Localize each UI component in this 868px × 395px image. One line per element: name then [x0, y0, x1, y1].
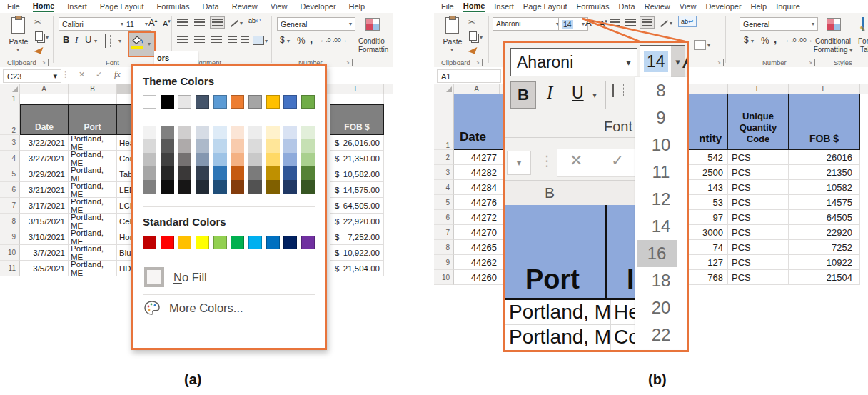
standard-color-swatch[interactable]	[248, 236, 262, 249]
format-as-table-icon[interactable]: ✎	[862, 17, 864, 31]
font-size-option-9[interactable]: 9	[635, 104, 687, 131]
cell-fob[interactable]: 22920	[789, 225, 860, 240]
accounting-chevron[interactable]: ▾	[751, 38, 754, 44]
theme-variant-swatch[interactable]	[213, 153, 227, 166]
font-size-option-12[interactable]: 12	[635, 186, 687, 213]
magnified-borders-icon[interactable]	[612, 84, 614, 97]
ribbon-tab-help[interactable]: Help	[751, 2, 767, 11]
standard-color-swatch[interactable]	[178, 236, 191, 249]
row-number[interactable]: 7	[434, 225, 454, 240]
font-size-option-22[interactable]: 22	[635, 321, 687, 349]
copy-icon[interactable]	[35, 31, 43, 41]
magnified-port-header-cell[interactable]: Port	[525, 264, 580, 295]
row-number[interactable]: 3	[434, 165, 454, 180]
ribbon-tab-developer[interactable]: Developer	[705, 2, 741, 11]
column-header-f[interactable]: F	[330, 84, 384, 94]
cell-date[interactable]: 3/5/2021	[20, 261, 69, 276]
theme-variant-swatch[interactable]	[248, 180, 262, 194]
header-cell-fob[interactable]: FOB $	[330, 104, 384, 135]
magnified-underline-chevron[interactable]: ▾	[592, 90, 597, 100]
header-cell-date[interactable]: Date	[20, 104, 69, 135]
theme-color-swatch[interactable]	[266, 95, 280, 109]
cell-fob[interactable]: $10,922.00	[330, 245, 384, 261]
row-number[interactable]: 8	[0, 214, 20, 229]
standard-color-swatch[interactable]	[143, 236, 156, 249]
fx-icon[interactable]: fx	[114, 69, 121, 80]
cell-fob[interactable]: 21350	[789, 165, 860, 180]
cell-date[interactable]: 3/15/2021	[20, 214, 69, 229]
theme-variant-swatch[interactable]	[283, 139, 297, 153]
cell-uqc[interactable]: PCS	[728, 270, 789, 285]
font-name-combo[interactable]: Aharoni▾	[493, 17, 562, 31]
enter-icon[interactable]: ✓	[96, 70, 102, 79]
shrink-font-icon[interactable]: A▾	[163, 19, 171, 28]
underline-button[interactable]: U	[85, 34, 91, 45]
cell-date[interactable]: 3/10/2021	[20, 229, 69, 245]
ribbon-tab-help[interactable]: Help	[349, 2, 365, 11]
standard-color-swatch[interactable]	[231, 236, 244, 249]
alignment-dialog-launcher[interactable]: ↘	[717, 59, 724, 66]
row-number[interactable]: 1	[0, 94, 20, 104]
theme-variant-swatch[interactable]	[213, 166, 227, 180]
standard-color-swatch[interactable]	[266, 236, 280, 249]
cell-uqc[interactable]: PCS	[728, 210, 789, 225]
wrap-text-icon[interactable]: ab↩	[248, 17, 261, 24]
conditional-formatting-label-2[interactable]: Formatting ▾	[811, 46, 855, 54]
row-number[interactable]: 8	[434, 240, 454, 255]
cell-serial[interactable]: 44277	[454, 150, 500, 165]
theme-variant-swatch[interactable]	[231, 166, 244, 180]
underline-chevron[interactable]: ▾	[94, 38, 97, 44]
theme-color-swatch[interactable]	[196, 95, 209, 109]
column-header-e[interactable]: E	[728, 84, 789, 94]
cell-port[interactable]: Portland, ME	[69, 229, 117, 245]
align-left-icon[interactable]	[177, 36, 188, 44]
theme-variant-swatch[interactable]	[196, 153, 209, 166]
cell-serial[interactable]: 44276	[454, 195, 500, 210]
cell-port[interactable]: Portland, ME	[69, 166, 117, 182]
align-center-icon[interactable]	[194, 36, 205, 44]
row-number[interactable]: 6	[434, 210, 454, 225]
theme-variant-swatch[interactable]	[231, 139, 244, 153]
cancel-icon[interactable]: ✕	[79, 70, 85, 79]
format-as-table-label-1[interactable]: Format	[858, 37, 868, 45]
cell[interactable]	[330, 94, 384, 104]
theme-variant-swatch[interactable]	[301, 126, 315, 139]
copy-chevron[interactable]: ▾	[480, 34, 483, 41]
theme-variant-swatch[interactable]	[143, 153, 156, 166]
merge-center-icon[interactable]	[253, 36, 264, 45]
increase-indent-icon[interactable]	[241, 36, 249, 44]
font-size-option-20[interactable]: 20	[635, 294, 687, 321]
cell-fob[interactable]: 64505	[789, 210, 860, 225]
row-number[interactable]: 9	[434, 255, 454, 270]
ribbon-tab-view[interactable]: View	[271, 2, 288, 11]
theme-variant-swatch[interactable]	[266, 166, 280, 180]
standard-color-swatch[interactable]	[283, 236, 297, 249]
number-format-combo[interactable]: General▾	[277, 17, 355, 31]
ribbon-tab-insert[interactable]: Insert	[67, 2, 87, 11]
select-all-corner[interactable]	[434, 84, 454, 94]
column-header-f[interactable]: F	[789, 84, 860, 94]
theme-color-swatch[interactable]	[248, 95, 262, 109]
theme-variant-swatch[interactable]	[283, 166, 297, 180]
format-as-table-label-2[interactable]: Table	[860, 46, 868, 54]
cell-date[interactable]: 3/17/2021	[20, 198, 69, 214]
ribbon-tab-file[interactable]: File	[7, 2, 20, 11]
theme-variant-swatch[interactable]	[161, 153, 174, 166]
ribbon-tab-data[interactable]: Data	[202, 2, 218, 11]
cell-port[interactable]: Portland, ME	[69, 261, 117, 276]
theme-color-swatch[interactable]	[143, 95, 156, 109]
accounting-format-button[interactable]: $	[744, 35, 749, 45]
grow-font-icon[interactable]: A▴	[148, 17, 157, 28]
theme-variant-swatch[interactable]	[248, 126, 262, 139]
conditional-formatting-label-1[interactable]: Conditional	[811, 37, 855, 45]
theme-variant-swatch[interactable]	[143, 139, 156, 153]
theme-variant-swatch[interactable]	[283, 126, 297, 139]
accounting-format-button[interactable]: $	[280, 35, 285, 45]
cell-fob[interactable]: 14575	[789, 195, 860, 210]
theme-variant-swatch[interactable]	[301, 166, 315, 180]
magnified-font-size-combo[interactable]: 14 ▾	[640, 45, 685, 78]
cell-port[interactable]: Portland, ME	[69, 151, 117, 166]
cell-uqc[interactable]: PCS	[728, 150, 789, 165]
cut-icon[interactable]: ✂	[468, 17, 475, 27]
clipboard-dialog-launcher[interactable]: ↘	[41, 59, 49, 66]
